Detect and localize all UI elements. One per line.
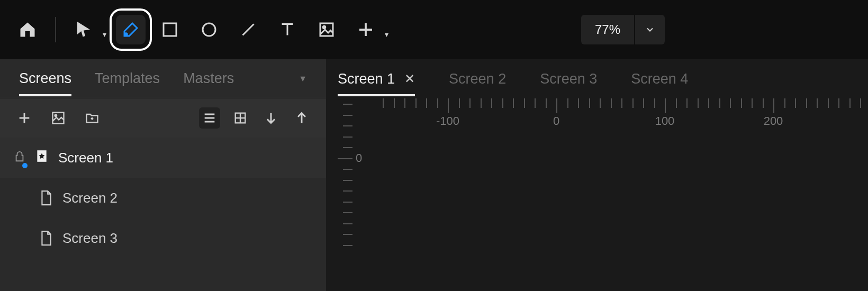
rectangle-icon[interactable] [155, 15, 185, 44]
document-icon [39, 230, 53, 246]
canvas-tab-label: Screen 4 [631, 71, 688, 87]
svg-point-2 [203, 23, 215, 36]
svg-rect-4 [320, 23, 333, 36]
sidebar: Screens Templates Masters ▼ [0, 59, 326, 291]
sort-down-button[interactable] [260, 107, 282, 129]
sort-up-button[interactable] [291, 107, 312, 129]
view-list-button[interactable] [199, 107, 220, 129]
zoom-caret-icon[interactable] [635, 15, 665, 44]
ruler-label: 0 [356, 151, 362, 165]
zoom-control[interactable]: 77% [581, 15, 665, 44]
toolbar: ▾ ▾ 77% [0, 0, 868, 59]
screen-item-label: Screen 2 [62, 190, 117, 206]
status-dot [22, 163, 28, 168]
home-icon[interactable] [13, 15, 42, 44]
add-screen-button[interactable] [14, 107, 35, 129]
canvas-tab[interactable]: Screen 4 [631, 62, 688, 96]
cursor-icon[interactable] [69, 15, 98, 44]
zoom-value[interactable]: 77% [581, 15, 635, 44]
canvas-tab[interactable]: Screen 2 [449, 62, 506, 96]
svg-line-3 [243, 24, 254, 35]
sidebar-actions [0, 98, 326, 138]
canvas-tab-label: Screen 1 [338, 71, 395, 87]
ruler-label: -100 [436, 114, 459, 128]
canvas-area: Screen 1 ✕ Screen 2 Screen 3 Screen 4 -1… [326, 59, 868, 291]
star-icon [35, 148, 49, 168]
plus-caret-icon[interactable]: ▾ [385, 30, 388, 39]
canvas-tabs: Screen 1 ✕ Screen 2 Screen 3 Screen 4 [326, 59, 868, 98]
lock-icon [14, 150, 25, 166]
screen-item-label: Screen 3 [62, 230, 117, 247]
view-grid-button[interactable] [230, 107, 251, 129]
ruler-vertical: 0 [326, 98, 352, 291]
tab-masters[interactable]: Masters [183, 61, 234, 96]
image-icon[interactable] [312, 15, 341, 44]
screen-list: Screen 1 Screen 2 Screen 3 [0, 138, 326, 291]
cursor-caret-icon[interactable]: ▾ [103, 30, 106, 39]
sidebar-tabs-caret-icon[interactable]: ▼ [299, 74, 307, 84]
plus-icon[interactable] [351, 15, 381, 44]
canvas-tab-label: Screen 3 [540, 71, 597, 87]
canvas-tab-label: Screen 2 [449, 71, 506, 87]
pen-icon[interactable] [116, 15, 146, 44]
list-item[interactable]: Screen 2 [0, 178, 326, 218]
close-icon[interactable]: ✕ [404, 71, 415, 86]
tab-screens[interactable]: Screens [19, 61, 71, 96]
ruler-horizontal: -100 0 100 200 [352, 98, 868, 128]
canvas-tab[interactable]: Screen 1 ✕ [338, 62, 415, 96]
list-item[interactable]: Screen 3 [0, 218, 326, 258]
sidebar-tabs: Screens Templates Masters ▼ [0, 59, 326, 98]
document-icon [39, 190, 53, 206]
toolbar-divider [55, 17, 56, 42]
tab-templates[interactable]: Templates [95, 61, 160, 96]
ellipse-icon[interactable] [194, 15, 224, 44]
text-icon[interactable] [273, 15, 302, 44]
ruler-label: 200 [764, 114, 783, 128]
svg-point-7 [55, 115, 57, 117]
image-asset-button[interactable] [48, 107, 69, 129]
canvas-tab[interactable]: Screen 3 [540, 62, 597, 96]
list-item[interactable]: Screen 1 [0, 138, 326, 178]
svg-rect-1 [164, 23, 176, 36]
screen-item-label: Screen 1 [58, 150, 113, 166]
ruler-label: 0 [553, 114, 559, 128]
ruler-area[interactable]: -100 0 100 200 [326, 98, 868, 291]
line-icon[interactable] [233, 15, 263, 44]
ruler-label: 100 [655, 114, 675, 128]
new-folder-button[interactable] [82, 107, 103, 129]
svg-point-0 [125, 33, 128, 36]
svg-point-5 [323, 26, 326, 29]
main: Screens Templates Masters ▼ [0, 59, 868, 291]
